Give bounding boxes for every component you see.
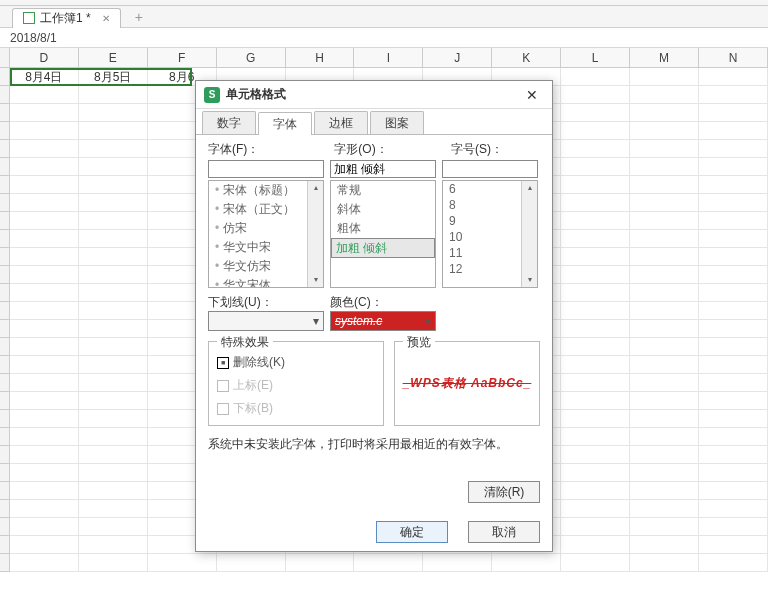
cell[interactable]	[79, 338, 148, 356]
strike-checkbox[interactable]: 删除线(K)	[217, 354, 375, 371]
cell[interactable]	[79, 284, 148, 302]
cell[interactable]	[10, 176, 79, 194]
cell[interactable]	[699, 248, 768, 266]
cell[interactable]	[630, 158, 699, 176]
cell[interactable]	[561, 248, 630, 266]
cell[interactable]	[10, 536, 79, 554]
cell[interactable]	[630, 536, 699, 554]
cell[interactable]	[79, 158, 148, 176]
cell[interactable]	[630, 266, 699, 284]
list-item[interactable]: 常规	[331, 181, 435, 200]
cell[interactable]	[699, 230, 768, 248]
cell[interactable]	[630, 518, 699, 536]
scrollbar[interactable]	[521, 181, 537, 287]
cell[interactable]	[79, 104, 148, 122]
cell[interactable]	[699, 158, 768, 176]
cell[interactable]	[699, 302, 768, 320]
cell[interactable]	[630, 464, 699, 482]
cell[interactable]	[561, 554, 630, 572]
cell[interactable]	[217, 554, 286, 572]
cell[interactable]	[10, 410, 79, 428]
col-header[interactable]: H	[286, 48, 355, 67]
cell[interactable]	[699, 86, 768, 104]
cell[interactable]	[10, 482, 79, 500]
cell[interactable]	[561, 446, 630, 464]
cell[interactable]	[699, 428, 768, 446]
cell[interactable]	[10, 428, 79, 446]
font-input[interactable]	[208, 160, 324, 178]
cell[interactable]	[354, 554, 423, 572]
cell[interactable]	[561, 230, 630, 248]
cell[interactable]	[10, 356, 79, 374]
cell[interactable]	[79, 122, 148, 140]
cell[interactable]	[630, 428, 699, 446]
cell[interactable]	[561, 500, 630, 518]
cell[interactable]	[561, 158, 630, 176]
cell[interactable]	[10, 122, 79, 140]
cell[interactable]	[10, 158, 79, 176]
cell[interactable]	[630, 446, 699, 464]
cell[interactable]	[561, 68, 630, 86]
col-header[interactable]: F	[148, 48, 217, 67]
list-item[interactable]: 宋体（标题）	[209, 181, 323, 200]
cell[interactable]	[561, 410, 630, 428]
cell[interactable]	[79, 266, 148, 284]
col-header[interactable]: J	[423, 48, 492, 67]
cell[interactable]	[630, 122, 699, 140]
cell[interactable]	[79, 428, 148, 446]
tab-font[interactable]: 字体	[258, 112, 312, 135]
cell[interactable]	[79, 518, 148, 536]
underline-select[interactable]	[208, 311, 324, 331]
cell[interactable]	[699, 356, 768, 374]
close-icon[interactable]: ✕	[102, 13, 110, 24]
close-icon[interactable]: ✕	[520, 87, 544, 103]
col-header[interactable]: I	[354, 48, 423, 67]
cell[interactable]	[79, 212, 148, 230]
cell[interactable]	[79, 482, 148, 500]
list-item[interactable]: 加粗 倾斜	[331, 238, 435, 258]
cell[interactable]	[79, 320, 148, 338]
cell[interactable]	[10, 392, 79, 410]
cell[interactable]	[79, 176, 148, 194]
cell[interactable]	[699, 410, 768, 428]
cell[interactable]	[79, 536, 148, 554]
cell[interactable]	[630, 554, 699, 572]
cell[interactable]	[561, 374, 630, 392]
col-header[interactable]: E	[79, 48, 148, 67]
cell[interactable]	[699, 518, 768, 536]
list-item[interactable]: 华文宋体	[209, 276, 323, 288]
col-header[interactable]: L	[561, 48, 630, 67]
cell[interactable]	[699, 338, 768, 356]
subscript-checkbox[interactable]: 下标(B)	[217, 400, 375, 417]
cell[interactable]	[561, 428, 630, 446]
cell[interactable]	[699, 374, 768, 392]
list-item[interactable]: 粗体	[331, 219, 435, 238]
dialog-titlebar[interactable]: S 单元格格式 ✕	[196, 81, 552, 109]
cell[interactable]	[630, 500, 699, 518]
cell[interactable]	[630, 482, 699, 500]
cell[interactable]	[10, 194, 79, 212]
cell[interactable]	[699, 446, 768, 464]
cell[interactable]	[79, 500, 148, 518]
cell[interactable]	[699, 266, 768, 284]
list-item[interactable]: 华文仿宋	[209, 257, 323, 276]
list-item[interactable]: 华文中宋	[209, 238, 323, 257]
list-item[interactable]: 斜体	[331, 200, 435, 219]
clear-button[interactable]: 清除(R)	[468, 481, 540, 503]
cell[interactable]	[699, 554, 768, 572]
cell[interactable]	[10, 230, 79, 248]
cell[interactable]	[561, 176, 630, 194]
cell[interactable]	[561, 536, 630, 554]
cell[interactable]	[79, 374, 148, 392]
col-header[interactable]: D	[10, 48, 79, 67]
cell[interactable]	[561, 518, 630, 536]
cell[interactable]	[561, 356, 630, 374]
cell[interactable]	[630, 230, 699, 248]
cell[interactable]	[10, 518, 79, 536]
tab-pattern[interactable]: 图案	[370, 111, 424, 134]
size-list[interactable]: 6 8 9 10 11 12	[442, 180, 538, 288]
cell[interactable]	[630, 374, 699, 392]
cell[interactable]	[561, 140, 630, 158]
color-select[interactable]: system.c	[330, 311, 436, 331]
add-tab-button[interactable]: +	[135, 9, 143, 25]
